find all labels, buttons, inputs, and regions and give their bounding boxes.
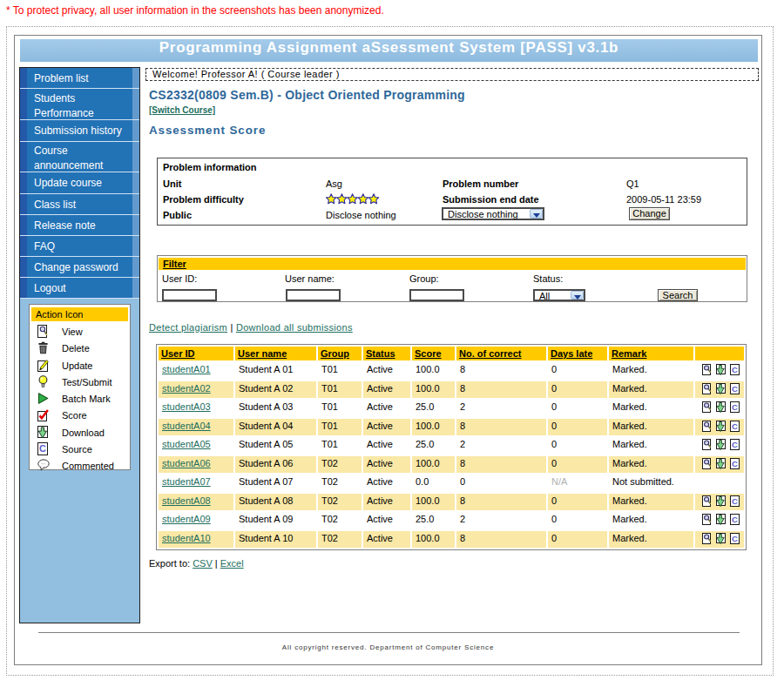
svg-text:C: C xyxy=(732,421,738,431)
svg-text:C: C xyxy=(732,384,738,394)
svg-text:C: C xyxy=(732,459,738,468)
svg-text:C: C xyxy=(732,515,738,524)
svg-text:C: C xyxy=(732,496,738,506)
svg-text:C: C xyxy=(732,365,738,374)
svg-text:C: C xyxy=(732,440,738,449)
svg-text:C: C xyxy=(732,402,738,412)
svg-text:C: C xyxy=(39,443,46,454)
svg-text:C: C xyxy=(732,534,738,543)
